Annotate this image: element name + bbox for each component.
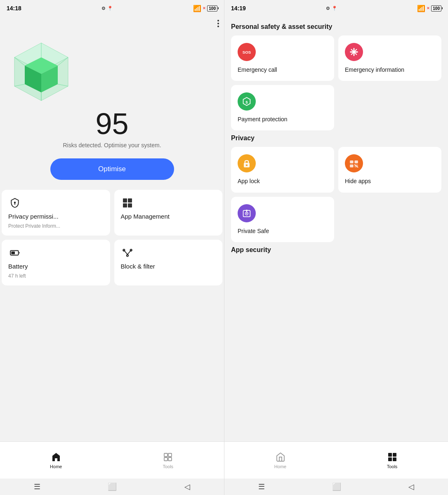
block-filter-icon	[121, 246, 134, 259]
wifi-icon-right: 📶	[417, 5, 425, 12]
menu-sys-icon-left[interactable]: ☰	[34, 482, 40, 491]
menu-sys-icon-right[interactable]: ☰	[258, 482, 265, 491]
status-icons-right: ⚙ 📍	[326, 6, 337, 11]
app-lock-card[interactable]: App lock	[231, 147, 334, 192]
app-management-icon	[121, 196, 134, 210]
svg-rect-23	[164, 453, 167, 457]
gear-icon-right: ⚙	[326, 6, 330, 11]
tools-nav-label-right: Tools	[387, 464, 398, 469]
svg-rect-49	[393, 457, 396, 461]
private-safe-label: Private Safe	[238, 227, 328, 235]
nav-home-right[interactable]: Home	[224, 452, 336, 469]
svg-rect-36	[350, 160, 353, 163]
nav-home-left[interactable]: Home	[0, 452, 112, 469]
payment-icon-circle: $	[238, 92, 256, 111]
menu-dots[interactable]	[216, 16, 221, 31]
privatesafe-icon-circle	[238, 204, 256, 222]
payment-protection-card[interactable]: $ Payment protection	[231, 85, 334, 130]
svg-rect-48	[388, 457, 392, 461]
block-filter-item[interactable]: Block & filter	[114, 240, 223, 285]
home-sys-icon-left[interactable]: ⬜	[108, 482, 117, 491]
home-nav-icon-right	[275, 452, 286, 462]
battery-right: 100	[431, 5, 441, 12]
svg-rect-26	[168, 457, 172, 461]
svg-point-32	[353, 51, 355, 53]
svg-rect-17	[11, 252, 15, 255]
feature-grid: Privacy permissi... Protect Private Info…	[0, 190, 224, 285]
emergency-info-card[interactable]: Emergency information	[338, 35, 441, 81]
x-icon-left: ✕	[203, 6, 206, 10]
personal-safety-header: Personal safety & asset security	[231, 23, 441, 31]
status-bar-right: 14:19 ⚙ 📍 📶 ✕ 100	[224, 0, 448, 15]
svg-rect-45	[246, 210, 248, 211]
private-safe-card[interactable]: Private Safe	[231, 197, 334, 242]
battery-icon	[8, 246, 21, 259]
emergency-info-icon-circle	[345, 43, 363, 61]
svg-rect-37	[354, 160, 358, 163]
sos-icon-circle: SOS	[238, 43, 256, 61]
personal-safety-grid: SOS Emergency call Emerg	[231, 35, 441, 130]
optimise-button[interactable]: Optimise	[50, 158, 174, 180]
signal-icons-right: 📶 ✕ 100	[417, 5, 441, 12]
svg-rect-46	[388, 453, 392, 457]
svg-rect-24	[168, 453, 172, 457]
block-filter-title: Block & filter	[121, 263, 216, 270]
svg-text:$: $	[245, 100, 248, 104]
sos-emergency-card[interactable]: SOS Emergency call	[231, 35, 334, 81]
shield-privacy-icon	[8, 196, 21, 210]
status-time-left: 14:18	[7, 5, 21, 12]
home-nav-label-left: Home	[50, 464, 62, 469]
app-logo	[0, 35, 83, 109]
hideapps-icon-circle	[345, 154, 363, 172]
privacy-header: Privacy	[231, 134, 441, 142]
svg-point-22	[126, 255, 128, 256]
hide-apps-card[interactable]: Hide apps	[338, 147, 441, 192]
sys-nav-left: ☰ ⬜ ◁	[0, 478, 224, 495]
gear-icon-left: ⚙	[101, 6, 106, 11]
svg-rect-25	[164, 457, 167, 461]
status-icons-left: ⚙ 📍	[101, 6, 113, 11]
privacy-permissions-subtitle: Protect Private Inform...	[8, 223, 104, 229]
tools-nav-label-left: Tools	[163, 464, 173, 469]
privacy-permissions-title: Privacy permissi...	[8, 213, 104, 220]
app-management-item[interactable]: App Management	[114, 190, 223, 236]
battery-title: Battery	[8, 263, 104, 270]
wifi-icon-left: 📶	[193, 5, 201, 12]
svg-rect-47	[393, 453, 396, 457]
svg-point-43	[246, 213, 248, 214]
app-security-header: App security	[231, 246, 441, 254]
privacy-permissions-item[interactable]: Privacy permissi... Protect Private Info…	[2, 190, 110, 236]
battery-left: 100	[207, 5, 217, 12]
battery-subtitle: 47 h left	[8, 273, 104, 279]
left-panel: 14:18 ⚙ 📍 📶 ✕ 100	[0, 0, 224, 495]
svg-text:SOS: SOS	[243, 50, 251, 54]
back-sys-icon-right[interactable]: ◁	[408, 482, 414, 491]
score-number: 95	[95, 109, 128, 139]
payment-label: Payment protection	[238, 116, 328, 123]
tools-nav-icon-left	[163, 452, 173, 462]
svg-rect-35	[246, 165, 248, 166]
app-management-title: App Management	[121, 213, 216, 220]
privacy-grid: App lock Hide apps	[231, 147, 441, 242]
svg-rect-38	[350, 165, 353, 167]
right-panel: 14:19 ⚙ 📍 📶 ✕ 100 Personal safety & asse…	[224, 0, 448, 495]
battery-item[interactable]: Battery 47 h left	[2, 240, 110, 285]
signal-icons-left: 📶 ✕ 100	[193, 5, 217, 12]
sys-nav-right: ☰ ⬜ ◁	[224, 478, 448, 495]
location-icon-right: 📍	[332, 6, 337, 11]
app-lock-label: App lock	[238, 177, 328, 185]
bottom-nav-left: Home Tools	[0, 441, 224, 478]
score-container: 95 Risks detected. Optimise your system.	[0, 109, 224, 148]
home-nav-icon-left	[51, 452, 61, 462]
nav-tools-left[interactable]: Tools	[112, 452, 224, 469]
status-time-right: 14:19	[231, 5, 246, 12]
home-nav-label-right: Home	[274, 464, 286, 469]
right-content: Personal safety & asset security SOS Eme…	[224, 15, 448, 441]
status-bar-left: 14:18 ⚙ 📍 📶 ✕ 100	[0, 0, 224, 15]
x-icon-right: ✕	[427, 6, 430, 10]
back-sys-icon-left[interactable]: ◁	[184, 482, 190, 491]
home-sys-icon-right[interactable]: ⬜	[332, 482, 341, 491]
bottom-nav-right: Home Tools	[224, 441, 448, 478]
nav-tools-right[interactable]: Tools	[336, 452, 448, 469]
hide-apps-label: Hide apps	[345, 177, 435, 185]
